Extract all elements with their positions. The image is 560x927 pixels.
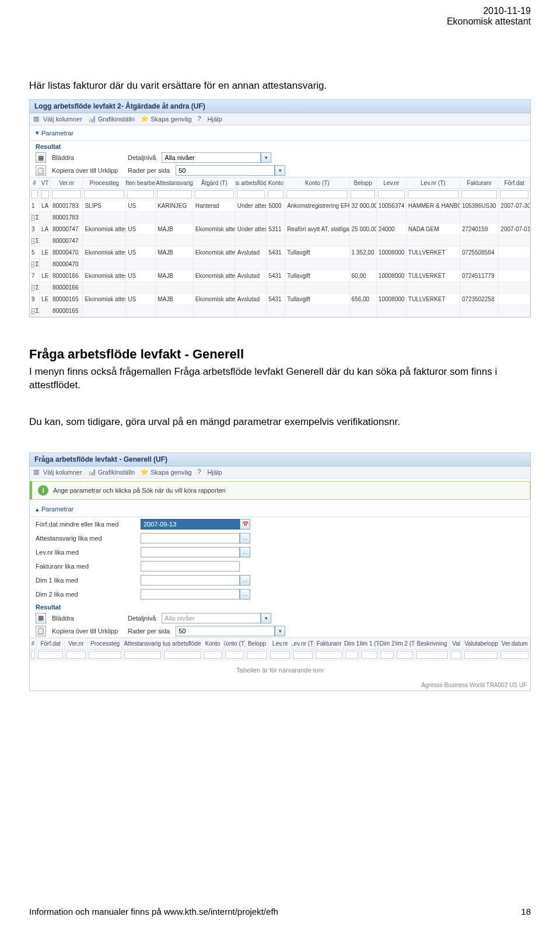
filter-input[interactable] [157, 190, 192, 198]
chevron-down-icon[interactable]: ▾ [275, 626, 285, 636]
filter-input[interactable] [378, 190, 405, 198]
column-header[interactable]: Belopp [350, 177, 377, 189]
column-header[interactable]: Fakturanr [314, 638, 344, 649]
column-header[interactable]: Ver.datum [500, 638, 530, 649]
filter-input[interactable] [66, 651, 86, 659]
column-header[interactable]: Dim 1 [344, 638, 360, 649]
chevron-down-icon[interactable]: ▾ [261, 613, 271, 623]
column-header[interactable]: Attestansvarig [156, 177, 194, 189]
column-header[interactable]: Konto (T) [224, 638, 246, 649]
table-row[interactable]: -Σ180000166 [30, 282, 530, 294]
filter-input[interactable] [268, 190, 284, 198]
filter-input[interactable] [164, 651, 201, 659]
lookup-icon[interactable]: … [240, 575, 250, 586]
collapse-icon[interactable]: - [32, 285, 34, 291]
filter-input[interactable] [237, 190, 265, 198]
column-header[interactable]: Beskrivning [415, 638, 450, 649]
column-header[interactable]: Lev.nr [269, 638, 292, 649]
column-header[interactable]: Förf.dat [499, 177, 530, 189]
filter-input[interactable] [500, 190, 528, 198]
column-header[interactable]: Ver.nr [51, 177, 83, 189]
choose-columns-button[interactable]: ▥Välj kolumner [33, 468, 82, 476]
create-shortcut-button[interactable]: ⭐Skapa genväg [141, 115, 191, 123]
filter-input[interactable] [270, 651, 290, 659]
copy-clipboard-button[interactable]: 📋 [36, 165, 46, 176]
chevron-down-icon[interactable]: ▾ [261, 152, 271, 163]
rows-per-page-select[interactable]: ▾ [176, 626, 285, 636]
chart-settings-button[interactable]: 📊Grafikinställn [88, 468, 135, 476]
parameter-input[interactable] [141, 575, 240, 586]
column-header[interactable]: # [30, 638, 37, 649]
filter-input[interactable] [31, 651, 35, 659]
column-header[interactable]: Ver.nr [65, 638, 88, 649]
column-header[interactable]: # [30, 177, 40, 189]
column-header[interactable]: Processteg [83, 177, 126, 189]
filter-input[interactable] [351, 190, 374, 198]
filter-input[interactable] [225, 651, 244, 659]
filter-input[interactable] [38, 651, 64, 659]
filter-input[interactable] [345, 651, 358, 659]
collapse-icon[interactable]: - [32, 238, 34, 244]
detail-level-select[interactable]: ▾ [162, 152, 271, 163]
parameter-input[interactable] [141, 533, 240, 543]
parameters-header[interactable]: ▴ Parametrar [30, 502, 530, 517]
filter-input[interactable] [416, 651, 448, 659]
filter-input[interactable] [451, 651, 461, 659]
table-row[interactable]: -Σ180000470 [30, 259, 530, 270]
filter-input[interactable] [195, 190, 234, 198]
parameter-input[interactable] [141, 561, 240, 571]
filter-input[interactable] [204, 651, 222, 659]
column-header[interactable]: Uppgiften bearbetad av [126, 177, 156, 189]
parameters-header[interactable]: ▾ Parametrar [30, 126, 530, 141]
rows-per-page-input[interactable] [176, 626, 275, 636]
calendar-icon[interactable]: 📅 [240, 519, 250, 529]
collapse-icon[interactable]: - [32, 215, 34, 221]
help-button[interactable]: ?Hjälp [198, 115, 222, 123]
detail-level-input[interactable] [162, 613, 261, 623]
browse-button[interactable]: ▦ [36, 152, 46, 163]
column-header[interactable]: Belopp [246, 638, 270, 649]
column-header[interactable]: Val [450, 638, 463, 649]
chart-settings-button[interactable]: 📊Grafikinställn [88, 115, 135, 123]
column-header[interactable]: Åtgärd (T) [194, 177, 236, 189]
column-header[interactable]: Dim 1 (T) [360, 638, 379, 649]
table-row[interactable]: -Σ180000747 [30, 235, 530, 247]
rows-per-page-select[interactable]: ▾ [176, 165, 285, 176]
copy-clipboard-button[interactable]: 📋 [36, 626, 46, 636]
column-header[interactable]: Dim 2 [379, 638, 395, 649]
filter-input[interactable] [247, 651, 268, 659]
table-row[interactable]: 7LE80000166Ekonomisk attestUSMAJBEkonomi… [30, 270, 530, 282]
filter-input[interactable] [52, 190, 81, 198]
table-row[interactable]: 1LA80001783SLIPSUSKARINJEGHanteradUnder … [30, 200, 530, 212]
filter-input[interactable] [127, 190, 154, 198]
table-row[interactable]: 3LA80000747Ekonomisk attestUSMAJBEkonomi… [30, 224, 530, 235]
filter-input[interactable] [84, 190, 124, 198]
rows-per-page-input[interactable] [176, 165, 275, 176]
help-button[interactable]: ?Hjälp [198, 468, 222, 476]
column-header[interactable]: Lev.nr (T) [292, 638, 314, 649]
collapse-icon[interactable]: - [32, 262, 34, 267]
parameter-input[interactable] [141, 547, 240, 557]
column-header[interactable]: Processteg [88, 638, 123, 649]
table-row[interactable]: 9LE80000165Ekonomisk attestUSMAJBEkonomi… [30, 294, 530, 305]
detail-level-input[interactable] [162, 152, 261, 163]
filter-input[interactable] [461, 190, 498, 198]
column-header[interactable]: Förf.dat [37, 638, 65, 649]
table-row[interactable]: -Σ180000165 [30, 305, 530, 317]
filter-input[interactable] [408, 190, 459, 198]
column-header[interactable]: Status arbetsflöde (T) [236, 177, 267, 189]
filter-input[interactable] [41, 190, 49, 198]
create-shortcut-button[interactable]: ⭐Skapa genväg [141, 468, 191, 476]
collapse-icon[interactable]: - [32, 308, 34, 314]
filter-input[interactable] [501, 651, 528, 659]
filter-input[interactable] [361, 651, 377, 659]
column-header[interactable]: Lev.nr [377, 177, 407, 189]
choose-columns-button[interactable]: ▥Välj kolumner [33, 115, 82, 123]
lookup-icon[interactable]: … [240, 533, 250, 543]
column-header[interactable]: Status arbetsflöde (T) [163, 638, 202, 649]
table-row[interactable]: -Σ180001783 [30, 212, 530, 224]
column-header[interactable]: Konto [267, 177, 285, 189]
filter-input[interactable] [31, 190, 38, 198]
column-header[interactable]: Konto [202, 638, 224, 649]
filter-input[interactable] [286, 190, 348, 198]
